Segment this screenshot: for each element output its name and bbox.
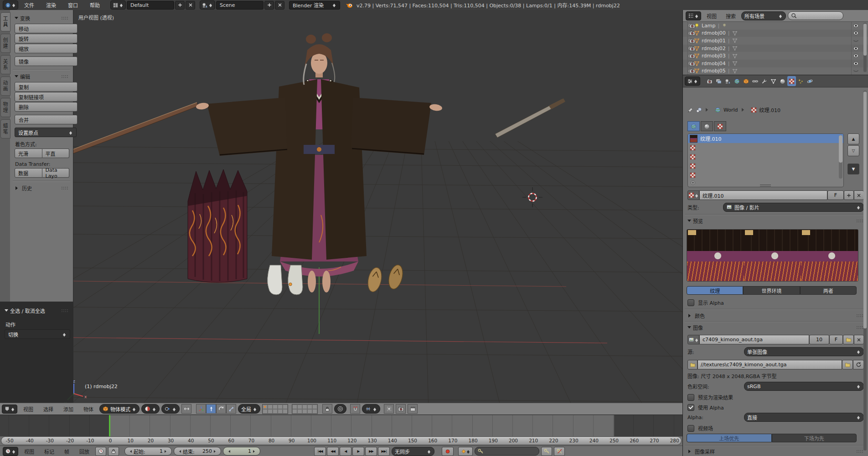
material-textures-button[interactable] [701,121,713,131]
menu-marker[interactable]: 标记 [40,448,58,455]
layer-cell[interactable] [283,405,288,409]
visibility-icon[interactable] [853,53,859,59]
use-alpha-checkbox[interactable] [687,404,694,411]
proportional-edit-dropdown[interactable] [334,404,346,414]
outliner-item-rdmobj04[interactable]: rdmobj04| [683,60,868,67]
reload-image-button[interactable] [853,360,864,369]
visibility-icon[interactable] [853,30,859,36]
scene-browse[interactable] [200,0,215,10]
insert-keyframe-button[interactable] [541,447,552,456]
world-textures-button[interactable] [687,121,700,131]
record-button[interactable] [442,447,454,456]
lower-first-button[interactable]: 下场为先 [772,434,857,442]
layer-cell[interactable] [312,405,317,409]
scene-name[interactable]: Scene [216,1,264,10]
object-name[interactable]: Lamp [702,23,716,29]
browse-texture-button[interactable] [687,190,699,200]
texture-slot[interactable] [688,143,843,152]
open-image-button[interactable] [843,335,854,344]
move-slot-down-button[interactable]: ▽ [847,145,859,156]
texture-type-dropdown[interactable]: 图像 / 影片 [723,203,864,212]
outliner-scrollbar[interactable] [863,23,867,72]
properties-tab-object-data[interactable] [769,76,778,86]
action-dropdown[interactable]: 切换 [5,329,70,339]
mirror-button[interactable]: 镜像 [15,56,78,66]
previous-keyframe-button[interactable]: ◀◀ [327,447,339,456]
current-frame-field[interactable]: 1 [223,447,260,456]
scale-button[interactable]: 缩放 [15,44,78,53]
preview-range-button[interactable] [95,447,106,456]
tab-relations[interactable]: 关系 [0,55,10,74]
view-as-render-checkbox[interactable] [687,394,694,401]
outliner-item-Lamp[interactable]: Lamp| [683,22,868,30]
layer-cell[interactable] [312,409,317,414]
colorspace-dropdown[interactable]: sRGB [744,382,864,391]
object-name[interactable]: rdmobj02 [702,46,726,51]
menu-window[interactable]: 窗口 [62,1,84,9]
visibility-icon[interactable] [853,23,859,29]
layer-cell[interactable] [302,405,307,409]
shade-smooth-button[interactable]: 光滑 [15,149,42,158]
image-fake-user-button[interactable]: F [829,335,843,344]
filepath-field[interactable]: //textures\c7409_kimono_aout.tga [698,360,842,369]
manipulator-rotate[interactable] [216,404,226,414]
layer-cell[interactable] [297,405,302,409]
texture-slot[interactable] [688,170,843,179]
tab-physics[interactable]: 物理 [0,98,10,117]
lock-to-scene-button[interactable] [322,404,332,414]
alpha-mode-dropdown[interactable]: 直接 [744,413,864,422]
image-users-button[interactable]: 10 [809,335,829,344]
delete-layout-button[interactable] [186,1,195,10]
outliner-item-rdmobj00[interactable]: rdmobj00| [683,30,868,37]
futon-roll-object[interactable] [188,169,247,282]
menu-object[interactable]: 物体 [79,405,98,413]
snap-toggle[interactable] [350,404,360,414]
panel-grip[interactable] [61,75,68,78]
pivot-dropdown[interactable] [161,404,180,414]
move-button[interactable]: 移动 [15,24,78,33]
timeline-ruler[interactable]: -50-40-30-20-100102030405060708090100110… [1,436,682,445]
menu-file[interactable]: 文件 [18,1,40,9]
properties-tab-render-layers[interactable] [714,76,723,86]
jump-to-end-button[interactable]: ▶▶| [378,447,390,456]
properties-tab-physics[interactable] [806,76,814,86]
move-slot-up-button[interactable]: ▲ [847,133,859,144]
layers-grid-1[interactable] [262,404,288,414]
jump-to-start-button[interactable]: |◀◀ [314,447,326,456]
slot-specials-button[interactable]: ▼ [847,164,859,174]
image-name-field[interactable]: c7409_kimono_aout.tga [699,335,809,344]
delete-scene-button[interactable] [275,1,284,10]
browse-file-button[interactable] [842,360,853,369]
panel-preview[interactable]: 预览 [683,217,868,225]
timeline-band[interactable] [0,415,682,436]
layer-cell[interactable] [307,409,312,414]
tab-create[interactable]: 创建 [0,34,10,53]
tab-grease-pencil[interactable]: 蜡笔 [0,119,10,138]
object-name[interactable]: rdmobj04 [702,61,726,67]
source-dropdown[interactable]: 单张图像 [744,347,864,356]
layer-cell[interactable] [273,409,278,414]
menu-search[interactable]: 搜索 [722,12,739,20]
panel-edit[interactable]: 编辑 [15,73,68,80]
menu-view[interactable]: 视图 [20,448,38,455]
editor-type-button[interactable] [3,447,18,456]
end-frame-field[interactable]: 结束: 250 [174,447,221,456]
katana-object[interactable] [73,102,198,154]
renderability-icon[interactable] [689,61,695,67]
menu-frame[interactable]: 帧 [60,448,73,455]
outliner-item-rdmobj05[interactable]: rdmobj05| [683,67,868,75]
sandals-object[interactable] [366,263,405,293]
rotate-button[interactable]: 旋转 [15,34,78,43]
properties-tab-texture[interactable] [787,76,796,86]
preview-world-tab[interactable]: 世界环境 [743,286,800,295]
add-scene-button[interactable] [264,1,274,10]
properties-tab-modifiers[interactable] [760,76,769,86]
cursor-3d[interactable] [522,187,542,207]
occlude-geometry-button[interactable] [384,404,394,414]
duplicate-button[interactable]: 复制 [15,82,78,92]
panel-grip[interactable] [61,186,68,190]
visibility-icon[interactable] [853,68,859,74]
screen-layout-browse[interactable] [110,0,126,10]
layer-cell[interactable] [307,405,312,409]
texture-slot[interactable] [688,152,843,161]
